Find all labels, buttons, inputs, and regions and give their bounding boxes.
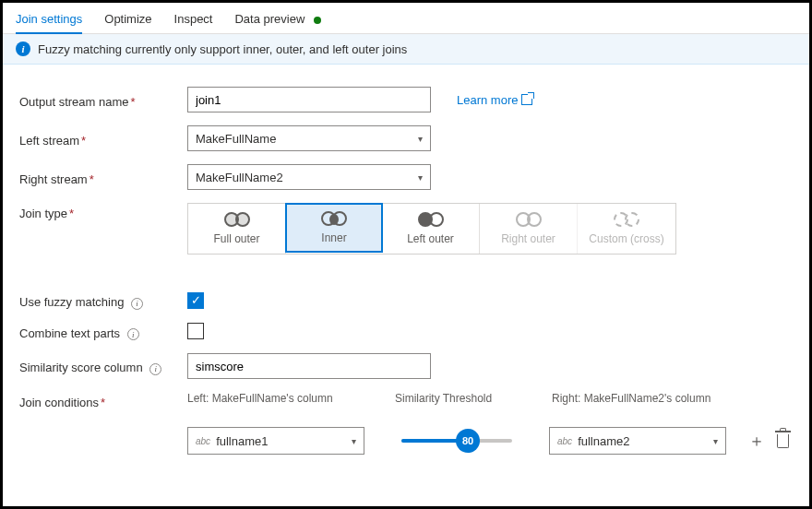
tab-data-preview[interactable]: Data preview bbox=[234, 8, 321, 33]
join-type-label: Join type* bbox=[19, 203, 187, 220]
custom-cross-icon bbox=[614, 212, 639, 229]
help-icon[interactable]: i bbox=[149, 363, 161, 375]
help-icon[interactable]: i bbox=[127, 328, 139, 340]
condition-headers: Left: MakeFullName's column Similarity T… bbox=[187, 392, 793, 405]
cond-right-header: Right: MakeFullName2's column bbox=[552, 392, 710, 405]
chevron-down-icon: ▾ bbox=[418, 134, 423, 144]
help-icon[interactable]: i bbox=[131, 298, 143, 310]
left-stream-label: Left stream* bbox=[19, 130, 187, 148]
inner-icon bbox=[321, 211, 347, 228]
cond-left-header: Left: MakeFullName's column bbox=[187, 392, 395, 405]
chevron-down-icon: ▾ bbox=[418, 172, 423, 183]
left-stream-select[interactable]: MakeFullName ▾ bbox=[187, 125, 431, 151]
output-stream-input[interactable] bbox=[187, 87, 431, 112]
output-stream-label: Output stream name* bbox=[19, 91, 187, 109]
combine-parts-checkbox[interactable] bbox=[187, 323, 204, 339]
condition-row: abc fullname1 ▾ 80 abc fullname2 ▾ bbox=[187, 427, 793, 455]
external-link-icon bbox=[521, 94, 532, 105]
right-column-select[interactable]: abc fullname2 ▾ bbox=[549, 427, 726, 455]
cond-threshold-header: Similarity Threshold bbox=[395, 392, 552, 405]
sim-score-input[interactable] bbox=[187, 353, 431, 379]
tab-strip: Join settings Optimize Inspect Data prev… bbox=[3, 3, 809, 34]
right-stream-select[interactable]: MakeFullName2 ▾ bbox=[187, 164, 431, 190]
type-tag: abc bbox=[196, 436, 210, 446]
tab-join-settings[interactable]: Join settings bbox=[16, 8, 82, 33]
use-fuzzy-label: Use fuzzy matching i bbox=[19, 291, 187, 310]
add-condition-button[interactable]: ＋ bbox=[748, 432, 765, 449]
similarity-threshold-slider[interactable]: 80 bbox=[401, 439, 512, 443]
join-type-right-outer: Right outer bbox=[480, 204, 578, 254]
type-tag: abc bbox=[557, 436, 572, 446]
left-column-select[interactable]: abc fullname1 ▾ bbox=[187, 427, 364, 455]
join-conditions-label: Join conditions* bbox=[19, 392, 187, 409]
learn-more-link[interactable]: Learn more bbox=[457, 93, 532, 107]
sim-score-label: Similarity score column i bbox=[19, 357, 187, 375]
use-fuzzy-checkbox[interactable]: ✓ bbox=[187, 292, 204, 309]
combine-parts-label: Combine text parts i bbox=[19, 323, 187, 341]
chevron-down-icon: ▾ bbox=[713, 436, 718, 446]
tab-data-preview-label: Data preview bbox=[234, 12, 304, 26]
right-outer-icon bbox=[516, 212, 542, 229]
tab-inspect[interactable]: Inspect bbox=[174, 8, 213, 33]
status-dot-icon bbox=[314, 17, 321, 24]
delete-condition-button[interactable] bbox=[774, 432, 791, 449]
trash-icon bbox=[777, 434, 789, 448]
join-type-inner[interactable]: Inner bbox=[285, 203, 383, 253]
info-banner: i Fuzzy matching currently only support … bbox=[3, 34, 809, 65]
right-stream-label: Right stream* bbox=[19, 169, 187, 186]
chevron-down-icon: ▾ bbox=[352, 436, 356, 446]
info-banner-text: Fuzzy matching currently only support in… bbox=[38, 42, 407, 56]
join-type-full-outer[interactable]: Full outer bbox=[188, 204, 286, 254]
slider-thumb[interactable]: 80 bbox=[456, 429, 480, 453]
join-type-custom: Custom (cross) bbox=[578, 204, 675, 254]
join-type-group: Full outer Inner Left outer Right outer … bbox=[187, 203, 676, 254]
left-outer-icon bbox=[418, 212, 444, 229]
join-type-left-outer[interactable]: Left outer bbox=[382, 204, 480, 254]
full-outer-icon bbox=[224, 212, 250, 229]
info-icon: i bbox=[16, 41, 30, 56]
tab-optimize[interactable]: Optimize bbox=[104, 8, 151, 33]
